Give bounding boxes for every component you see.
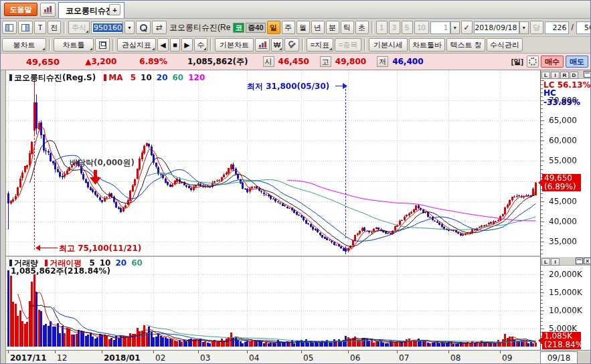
high-label: 고 [320,56,331,67]
period-tick-button[interactable]: 틱 [341,21,354,34]
time-axis-tick [397,351,398,353]
price-axis-tick [541,136,543,137]
help-button[interactable]: 도움말 [4,3,37,16]
interval-combo[interactable]: 1▼ [430,21,460,34]
stop-button[interactable]: ■ [170,38,180,52]
time-axis-label: 07 [399,353,409,363]
axis-i-button[interactable]: I [551,72,560,79]
layout-right-icon[interactable] [18,21,33,34]
chart-window-icon-button[interactable] [40,3,56,17]
period-day-button[interactable]: 일 [267,21,280,34]
chart-template-button[interactable]: 차트틀 [54,38,94,52]
basic-quote-button[interactable]: 기본시세 [369,38,408,52]
text-window-button[interactable]: 텍스트 창 [446,38,485,52]
current-volume-badge: 1,085K (218.84%) [542,332,581,349]
time-axis-label: 02 [155,353,165,363]
volume-axis-tick [541,285,543,286]
auto-refresh-check-button[interactable]: ✓ [461,21,473,34]
all-market-button[interactable]: 전 [48,21,61,34]
time-axis-label: 03 [200,353,210,363]
price-axis-label: 60,000 [549,136,577,145]
separator [49,39,51,51]
left-collapsed-pane[interactable] [1,70,6,364]
period-minute-button[interactable]: 분 [326,21,339,34]
axis-r-button[interactable]: R [560,72,569,79]
refresh-icon[interactable]: ⇄ [152,21,167,34]
interval-1-button[interactable]: 1 [376,21,388,34]
bar-chart-icon [44,6,52,13]
volume-axis-l-button[interactable]: L [541,258,550,266]
candle-chart-button[interactable]: 봉차트 [2,38,46,52]
price-axis-tick [541,246,543,246]
price-axis-tick [541,254,543,254]
price-axis-tick [541,225,543,226]
price-axis-label: 45,000 [549,197,577,206]
asset-type-button[interactable]: 주식 [68,21,90,34]
price-volume-chart-canvas[interactable] [6,70,540,350]
chart-tools-icon[interactable] [255,38,270,52]
volume-axis-tick [541,289,543,290]
settings-wrench-icon[interactable] [284,38,299,52]
price-axis-panel: LIRD LC 56.13% HC -33.89% 70,00065,00060… [540,70,591,350]
next-button[interactable]: ▶ [181,38,193,52]
time-axis-label: 2017/11 [10,353,46,363]
prev-button[interactable]: ◀ [157,38,169,52]
won-unit-button[interactable]: ₩ [271,38,283,52]
restore-window-icon[interactable] [584,71,591,78]
volume-axis-tick [541,278,543,278]
lay-l-glyph [5,24,13,31]
chart-plot-area: 코오롱티슈진(Reg.S) MA 5102060120 최저 31,800(05… [6,70,540,350]
axis-corner [578,351,591,364]
max-bars-input[interactable]: 500 [576,21,590,34]
time-axis-label: 09 [502,353,512,363]
gear-icon [529,58,537,66]
save-icon[interactable] [95,38,110,52]
date-combo[interactable]: 2018/09/18▼ [474,21,529,34]
price-change: ▲3,200 [85,57,116,66]
chart-window: 도움말 코오롱티슈진* + T전주식950160▼⇄코오롱티슈진(Re코증40일… [0,0,591,364]
period-week-button[interactable]: 주 [282,21,295,34]
axis-d-button[interactable]: D [570,72,578,79]
price-axis-tick [541,128,543,129]
period-month-button[interactable]: 월 [297,21,310,34]
interest-indicator-button[interactable]: 관심지표 [117,38,156,52]
settings-gear-button[interactable] [527,56,539,68]
price-axis-tick [541,169,543,170]
search-icon[interactable] [136,21,151,34]
su-button[interactable]: 수 [194,38,207,52]
chart-toolbar-button[interactable]: 차트툴바 [409,38,445,52]
layout-left-icon[interactable] [2,21,17,34]
formula-manager-button[interactable]: 수식관리 [487,38,523,52]
axis-l-button[interactable]: L [541,72,550,79]
stock-code-input[interactable]: 950160 [91,21,123,34]
code-dropdown-button[interactable]: ▼ [124,21,135,34]
interval-10-button[interactable]: 10 [414,21,429,34]
volume-axis-i-button[interactable]: I [551,258,560,266]
bar-count-input[interactable]: 226 [545,21,569,34]
time-axis-tick [500,351,501,353]
chart-toolbar: 봉차트차트틀관심지표◀■▶수기본차트₩=지표=종목기본시세차트툴바텍스트 창수식… [1,37,590,54]
add-tab-button[interactable]: + [109,4,120,15]
volume-restore-icon[interactable] [576,258,583,264]
time-axis-label: 08 [450,353,460,363]
time-axis-tick [448,351,449,353]
volume-close-icon[interactable]: × [584,258,591,264]
text-tool-button[interactable]: T [34,21,46,34]
wrench-glyph [288,41,297,50]
price-axis-label: 65,000 [549,116,577,125]
sell-button[interactable]: 매도 [566,56,588,68]
dang-button[interactable]: 당 [530,21,543,34]
compare-stock-button[interactable]: =종목 [335,38,361,52]
interval-5-button[interactable]: 5 [402,21,413,34]
time-axis-tick [348,351,349,353]
interval-3-button[interactable]: 3 [389,21,400,34]
volume-axis-label: 10,000K [549,306,582,315]
period-second-button[interactable]: 초 [355,21,369,34]
time-axis-label: 12 [57,353,67,363]
compare-indicator-button[interactable]: =지표 [307,38,333,52]
kosdaq-badge: 코 [233,23,244,33]
basic-chart-button[interactable]: 기본차트 [215,38,254,52]
buy-button[interactable]: 매수 [541,56,564,68]
time-axis-tick [153,351,154,353]
period-year-button[interactable]: 년 [311,21,325,34]
